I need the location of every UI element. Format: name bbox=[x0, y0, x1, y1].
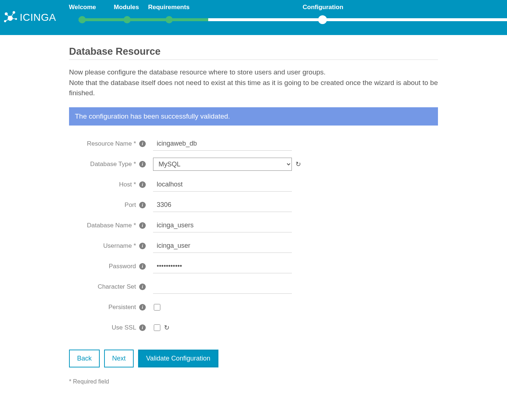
reload-icon[interactable]: ↻ bbox=[164, 324, 169, 332]
database-name-input[interactable] bbox=[153, 219, 292, 232]
info-icon[interactable]: i bbox=[139, 181, 146, 188]
character-set-label: Character Set i bbox=[69, 283, 146, 290]
back-button[interactable]: Back bbox=[69, 350, 100, 367]
info-icon[interactable]: i bbox=[139, 284, 146, 290]
port-input[interactable] bbox=[153, 198, 292, 212]
wizard-dot-requirements[interactable] bbox=[165, 16, 173, 23]
character-set-input[interactable] bbox=[153, 280, 292, 294]
wizard-step-configuration[interactable]: Configuration bbox=[302, 4, 343, 11]
info-icon[interactable]: i bbox=[139, 304, 146, 311]
logo-icon bbox=[3, 10, 18, 25]
host-input[interactable] bbox=[153, 178, 292, 192]
resource-name-label: Resource Name * i bbox=[69, 140, 146, 147]
info-icon[interactable]: i bbox=[139, 222, 146, 229]
required-hint: * Required field bbox=[69, 378, 438, 385]
info-icon[interactable]: i bbox=[139, 243, 146, 249]
resource-name-input[interactable] bbox=[153, 137, 292, 151]
info-icon[interactable]: i bbox=[139, 263, 146, 270]
form: Resource Name * i Database Type * i MySQ… bbox=[69, 136, 438, 335]
database-type-label: Database Type * i bbox=[69, 161, 146, 168]
page-title: Database Resource bbox=[69, 46, 438, 60]
username-input[interactable] bbox=[153, 239, 292, 253]
info-icon[interactable]: i bbox=[139, 161, 146, 167]
reload-icon[interactable]: ↻ bbox=[296, 160, 301, 168]
persistent-checkbox[interactable] bbox=[154, 304, 160, 311]
validate-button[interactable]: Validate Configuration bbox=[138, 350, 218, 367]
database-type-select[interactable]: MySQL bbox=[153, 158, 292, 171]
wizard-dot-configuration[interactable] bbox=[318, 15, 327, 24]
logo: ICINGA bbox=[3, 10, 56, 25]
wizard-step-requirements[interactable]: Requirements bbox=[148, 4, 189, 11]
info-icon[interactable]: i bbox=[139, 202, 146, 208]
wizard-dot-welcome[interactable] bbox=[79, 16, 86, 23]
info-icon[interactable]: i bbox=[139, 324, 146, 331]
use-ssl-label: Use SSL i bbox=[69, 324, 146, 331]
password-label: Password i bbox=[69, 263, 146, 270]
username-label: Username * i bbox=[69, 242, 146, 250]
host-label: Host * i bbox=[69, 181, 146, 188]
password-input[interactable] bbox=[153, 259, 292, 273]
persistent-label: Persistent i bbox=[69, 304, 146, 311]
validation-notice: The configuration has been successfully … bbox=[69, 107, 438, 126]
button-row: Back Next Validate Configuration bbox=[69, 350, 438, 367]
wizard-dot-modules[interactable] bbox=[123, 16, 131, 23]
brand-name: ICINGA bbox=[20, 12, 56, 23]
content: Database Resource Now please configure t… bbox=[69, 35, 438, 400]
wizard-progress-bar: Welcome Modules Requirements Configurati… bbox=[74, 0, 507, 35]
wizard-step-welcome[interactable]: Welcome bbox=[69, 4, 96, 11]
info-icon[interactable]: i bbox=[139, 140, 146, 147]
database-name-label: Database Name * i bbox=[69, 222, 146, 229]
header: ICINGA Welcome Modules Requirements Conf… bbox=[0, 0, 507, 35]
page-description: Now please configure the database resour… bbox=[69, 67, 438, 99]
port-label: Port i bbox=[69, 201, 146, 209]
wizard-step-modules[interactable]: Modules bbox=[114, 4, 139, 11]
next-button[interactable]: Next bbox=[104, 350, 134, 367]
use-ssl-checkbox[interactable] bbox=[154, 324, 160, 331]
